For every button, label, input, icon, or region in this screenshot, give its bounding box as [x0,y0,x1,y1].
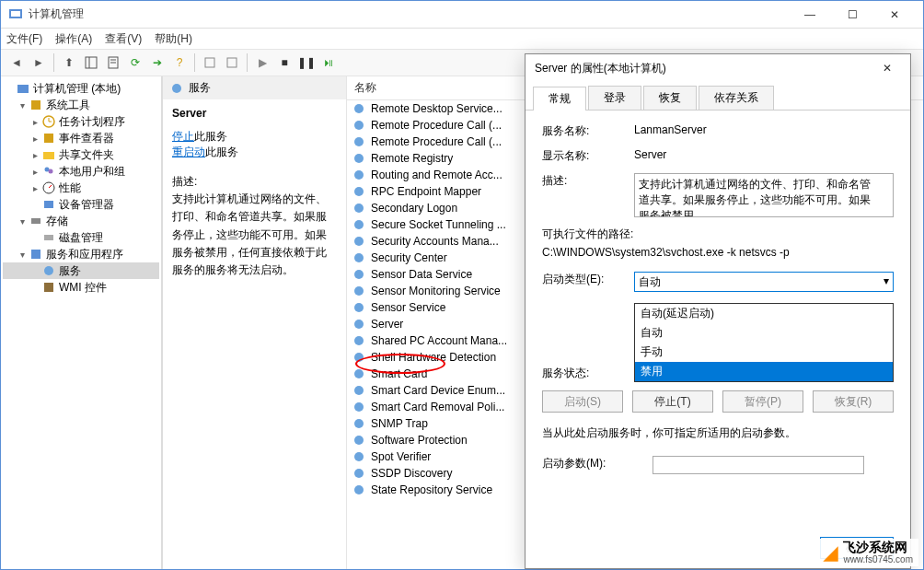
svg-point-29 [354,137,364,146]
start-params-input[interactable] [653,456,864,474]
svg-rect-2 [86,57,97,68]
gear-icon [352,217,367,232]
pause-icon[interactable]: ❚❚ [296,52,317,73]
tree-event-viewer[interactable]: ▸事件查看器 [3,130,159,146]
gear-icon [352,250,367,265]
svg-rect-1 [11,11,20,17]
svg-point-39 [354,303,364,312]
desc-text: 支持此计算机通过网络的文件、打印、和命名管道共享。如果服务停止，这些功能不可用。… [172,191,337,279]
tree-system-tools[interactable]: ▾系统工具 [3,97,159,113]
stop-button[interactable]: 停止(T) [632,390,713,413]
selected-service-name: Server [172,107,337,120]
gear-icon [352,134,367,149]
svg-rect-20 [44,201,53,208]
option-auto[interactable]: 自动 [635,323,893,343]
stop-service-link[interactable]: 停止 [172,130,194,143]
tree-performance[interactable]: ▸性能 [3,180,159,196]
gear-icon [352,267,367,282]
description-textarea[interactable]: 支持此计算机通过网络的文件、打印、和命名管道共享。如果服务停止，这些功能不可用。… [634,173,894,217]
gear-icon [352,383,367,398]
svg-point-46 [354,419,364,428]
svg-point-33 [354,204,364,213]
svg-point-41 [354,336,364,345]
properties-icon[interactable] [103,52,123,73]
svg-point-45 [354,402,364,412]
tree-storage[interactable]: ▾存储 [3,213,159,229]
menu-help[interactable]: 帮助(H) [155,31,192,47]
svg-point-28 [354,121,364,130]
tree-services[interactable]: 服务 [3,262,159,279]
option-auto-delayed[interactable]: 自动(延迟启动) [635,304,893,323]
tree-local-users[interactable]: ▸本地用户和组 [3,163,159,180]
show-hide-icon[interactable] [81,52,101,73]
gear-icon [352,118,367,133]
restart-icon[interactable]: ⏯ [318,52,339,73]
tab-recovery[interactable]: 恢复 [643,86,697,110]
value-display-name: Server [634,148,894,161]
gear-icon [352,284,367,298]
close-button[interactable]: ✕ [873,1,916,29]
label-startup-type: 启动类型(E): [542,272,634,287]
tree-root[interactable]: 计算机管理 (本地) [3,80,159,97]
option-disabled[interactable]: 禁用 [635,362,893,381]
menu-file[interactable]: 文件(F) [6,31,42,47]
tree-services-apps[interactable]: ▾服务和应用程序 [3,246,159,262]
services-header: 服务 [163,76,346,99]
minimize-button[interactable]: — [789,1,831,29]
refresh-icon[interactable]: ⟳ [125,52,145,73]
tab-logon[interactable]: 登录 [588,86,641,110]
tree-panel: 计算机管理 (本地) ▾系统工具 ▸任务计划程序 ▸事件查看器 ▸共享文件夹 ▸… [1,76,162,569]
stop-icon[interactable]: ■ [274,52,295,73]
tree-disk-mgmt[interactable]: 磁盘管理 [3,229,159,246]
label-start-params: 启动参数(M): [542,456,653,471]
svg-point-32 [354,187,364,196]
menu-view[interactable]: 查看(V) [105,31,142,47]
svg-point-30 [354,154,364,163]
option-manual[interactable]: 手动 [635,343,893,362]
startup-type-select[interactable]: 自动 ▾ [634,272,894,292]
value-exe-path: C:\WINDOWS\system32\svchost.exe -k netsv… [542,246,894,259]
properties-dialog: Server 的属性(本地计算机) ✕ 常规 登录 恢复 依存关系 服务名称: … [525,53,911,569]
tree-wmi[interactable]: WMI 控件 [3,279,159,296]
app-icon [8,7,23,22]
resume-button[interactable]: 恢复(R) [813,390,894,413]
export-icon[interactable]: ➔ [147,52,167,73]
label-service-status: 服务状态: [542,366,634,381]
start-button[interactable]: 启动(S) [542,390,623,413]
up-icon[interactable]: ⬆ [59,52,79,73]
pause-button[interactable]: 暂停(P) [722,390,803,413]
gear-icon [352,366,367,381]
tab-general[interactable]: 常规 [533,87,586,111]
svg-point-40 [354,320,364,329]
svg-rect-14 [44,134,53,143]
tb-icon-2[interactable] [222,52,242,73]
gear-icon [352,234,367,249]
gear-icon [352,350,367,365]
svg-line-19 [49,185,52,188]
dialog-titlebar: Server 的属性(本地计算机) ✕ [526,54,910,82]
play-icon[interactable]: ▶ [252,52,272,73]
tree-device-manager[interactable]: 设备管理器 [3,196,159,213]
gear-icon [352,184,367,199]
maximize-button[interactable]: ☐ [831,1,873,29]
svg-point-27 [354,104,364,113]
menu-action[interactable]: 操作(A) [55,31,92,47]
gear-icon [352,168,367,182]
chevron-down-icon: ▾ [884,274,889,287]
desc-label: 描述: [172,173,337,191]
svg-point-48 [354,452,364,461]
gear-icon [352,317,367,332]
tab-dependencies[interactable]: 依存关系 [699,86,774,110]
tree-shared-folders[interactable]: ▸共享文件夹 [3,146,159,163]
svg-point-38 [354,286,364,296]
tree-task-scheduler[interactable]: ▸任务计划程序 [3,113,159,130]
gear-icon [352,333,367,348]
svg-point-49 [354,469,364,478]
tb-icon-1[interactable] [200,52,220,73]
forward-icon[interactable]: ► [29,52,49,73]
svg-point-24 [44,266,53,275]
help-icon[interactable]: ? [169,52,190,73]
restart-service-link[interactable]: 重启动 [172,145,205,158]
back-icon[interactable]: ◄ [6,52,27,73]
dialog-close-button[interactable]: ✕ [873,62,901,75]
